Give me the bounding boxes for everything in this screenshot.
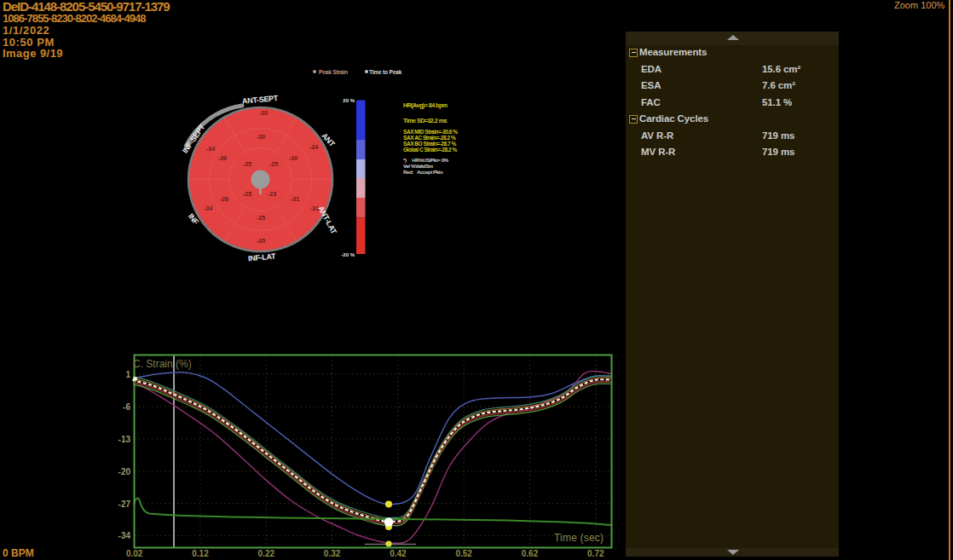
svg-text:0.22: 0.22: [258, 549, 275, 558]
svg-text:SAX AC Strain=-28.2 %: SAX AC Strain=-28.2 %: [403, 135, 456, 141]
svg-text:HR(Avg)= 84 bpm: HR(Avg)= 84 bpm: [403, 101, 448, 109]
svg-text:Global C Strain=-28.2 %: Global C Strain=-28.2 %: [403, 147, 457, 153]
svg-text:1: 1: [125, 370, 130, 379]
svg-text:-30: -30: [289, 155, 297, 161]
svg-text:-23: -23: [268, 191, 276, 197]
svg-text:-25: -25: [269, 161, 278, 167]
svg-text:Peak Strain: Peak Strain: [319, 69, 348, 75]
svg-text:0.42: 0.42: [390, 549, 407, 558]
svg-text:Time SD=32.2 ms: Time SD=32.2 ms: [403, 117, 448, 124]
svg-text:Time (sec): Time (sec): [554, 532, 604, 544]
svg-text:INF-LAT: INF-LAT: [248, 252, 277, 263]
svg-text:-13: -13: [118, 435, 131, 444]
svg-text:0.62: 0.62: [522, 549, 539, 558]
svg-text:ANT-SEPT: ANT-SEPT: [242, 94, 280, 106]
svg-text:-25: -25: [243, 161, 251, 167]
svg-text:0.72: 0.72: [587, 549, 604, 558]
svg-text:-30: -30: [218, 155, 227, 161]
svg-text:-30: -30: [257, 134, 265, 140]
svg-text:-25: -25: [243, 191, 251, 197]
svg-text:-35: -35: [257, 215, 265, 221]
svg-text:SAX MID Strain=-30.6 %: SAX MID Strain=-30.6 %: [403, 129, 458, 135]
svg-text:-34: -34: [204, 205, 212, 211]
svg-text:-34: -34: [118, 531, 131, 540]
svg-text:-6: -6: [123, 402, 130, 412]
svg-text:Red: Accept Pkts: Red: Accept Pkts: [403, 170, 443, 175]
svg-text:0.12: 0.12: [192, 549, 209, 558]
svg-text:-34: -34: [309, 144, 318, 150]
svg-text:0.02: 0.02: [126, 549, 143, 558]
svg-text:SAX BO Strain=-28.7 %: SAX BO Strain=-28.7 %: [403, 141, 457, 147]
svg-text:-26: -26: [220, 196, 228, 202]
svg-text:-35: -35: [257, 238, 265, 244]
svg-text:0.52: 0.52: [455, 549, 472, 558]
svg-text:0.32: 0.32: [324, 549, 341, 558]
svg-text:-27: -27: [118, 499, 131, 509]
svg-text:Vel %ValidSm: Vel %ValidSm: [403, 164, 433, 169]
svg-text:-31: -31: [291, 196, 299, 202]
svg-text:-20: -20: [118, 467, 131, 476]
svg-text:-30: -30: [259, 110, 268, 116]
svg-text:20 %: 20 %: [343, 98, 355, 103]
svg-text:*) HR%US/Pkt= 0%: *) HR%US/Pkt= 0%: [403, 158, 449, 163]
svg-text:Time to Peak: Time to Peak: [369, 69, 402, 75]
svg-text:-34: -34: [206, 146, 215, 152]
svg-text:-20 %: -20 %: [341, 252, 355, 257]
svg-text:C. Strain (%): C. Strain (%): [133, 358, 192, 370]
